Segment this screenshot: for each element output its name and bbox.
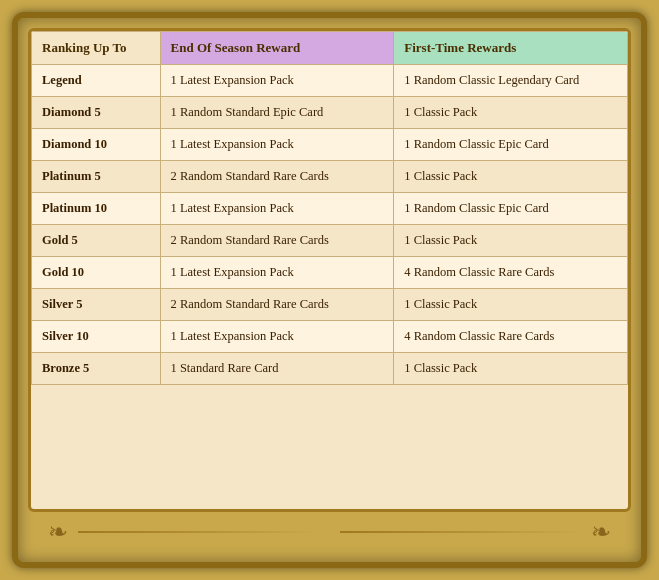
season-reward-cell: 1 Latest Expansion Pack [160,129,394,161]
table-row: Silver 52 Random Standard Rare Cards1 Cl… [32,289,628,321]
season-reward-cell: 1 Standard Rare Card [160,353,394,385]
season-reward-cell: 1 Random Standard Epic Card [160,97,394,129]
first-time-reward-cell: 1 Classic Pack [394,97,628,129]
first-time-reward-cell: 4 Random Classic Rare Cards [394,257,628,289]
rank-cell: Platinum 10 [32,193,161,225]
rewards-table-container: Ranking Up To End Of Season Reward First… [28,28,631,512]
header-rank: Ranking Up To [32,32,161,65]
header-first-time: First-Time Rewards [394,32,628,65]
first-time-reward-cell: 1 Classic Pack [394,353,628,385]
table-row: Silver 101 Latest Expansion Pack4 Random… [32,321,628,353]
rank-cell: Gold 10 [32,257,161,289]
table-row: Diamond 101 Latest Expansion Pack1 Rando… [32,129,628,161]
rank-cell: Legend [32,65,161,97]
table-row: Diamond 51 Random Standard Epic Card1 Cl… [32,97,628,129]
season-reward-cell: 2 Random Standard Rare Cards [160,289,394,321]
rank-cell: Bronze 5 [32,353,161,385]
left-ornament: ❧ [48,518,68,546]
rank-cell: Diamond 10 [32,129,161,161]
table-row: Gold 52 Random Standard Rare Cards1 Clas… [32,225,628,257]
first-time-reward-cell: 1 Classic Pack [394,161,628,193]
first-time-reward-cell: 1 Classic Pack [394,225,628,257]
rank-cell: Platinum 5 [32,161,161,193]
first-time-reward-cell: 1 Random Classic Epic Card [394,193,628,225]
outer-frame: Ranking Up To End Of Season Reward First… [12,12,647,568]
season-reward-cell: 2 Random Standard Rare Cards [160,161,394,193]
table-row: Bronze 51 Standard Rare Card1 Classic Pa… [32,353,628,385]
table-row: Platinum 101 Latest Expansion Pack1 Rand… [32,193,628,225]
rewards-table: Ranking Up To End Of Season Reward First… [31,31,628,385]
season-reward-cell: 1 Latest Expansion Pack [160,65,394,97]
season-reward-cell: 1 Latest Expansion Pack [160,257,394,289]
rank-cell: Silver 5 [32,289,161,321]
ornament-line-right [340,531,582,533]
season-reward-cell: 1 Latest Expansion Pack [160,321,394,353]
first-time-reward-cell: 1 Classic Pack [394,289,628,321]
right-ornament: ❧ [591,518,611,546]
first-time-reward-cell: 4 Random Classic Rare Cards [394,321,628,353]
rank-cell: Silver 10 [32,321,161,353]
table-row: Legend1 Latest Expansion Pack1 Random Cl… [32,65,628,97]
first-time-reward-cell: 1 Random Classic Legendary Card [394,65,628,97]
rank-cell: Gold 5 [32,225,161,257]
header-season-reward: End Of Season Reward [160,32,394,65]
ornament-line-left [78,531,320,533]
season-reward-cell: 2 Random Standard Rare Cards [160,225,394,257]
bottom-decoration: ❧ ❧ [28,512,631,552]
table-row: Gold 101 Latest Expansion Pack4 Random C… [32,257,628,289]
season-reward-cell: 1 Latest Expansion Pack [160,193,394,225]
first-time-reward-cell: 1 Random Classic Epic Card [394,129,628,161]
table-row: Platinum 52 Random Standard Rare Cards1 … [32,161,628,193]
rank-cell: Diamond 5 [32,97,161,129]
